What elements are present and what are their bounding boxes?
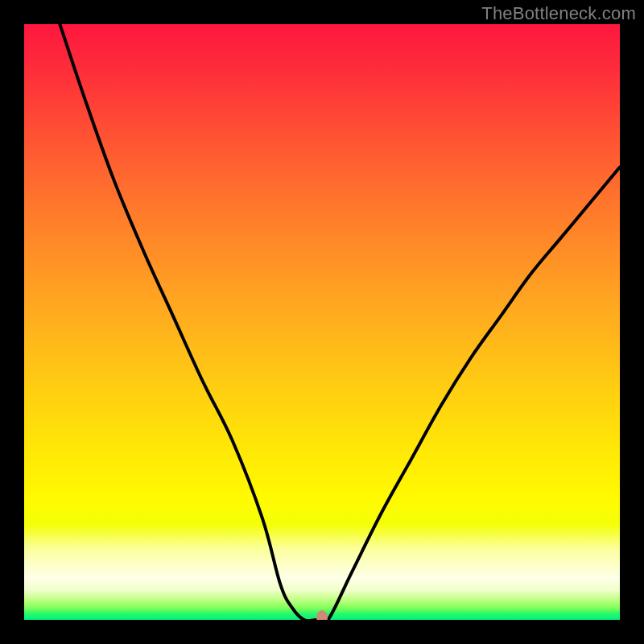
attribution-text: TheBottleneck.com bbox=[481, 3, 636, 24]
curve-svg bbox=[24, 24, 620, 620]
plot-area bbox=[24, 24, 620, 620]
optimum-marker bbox=[316, 610, 328, 620]
bottleneck-curve bbox=[60, 24, 620, 620]
